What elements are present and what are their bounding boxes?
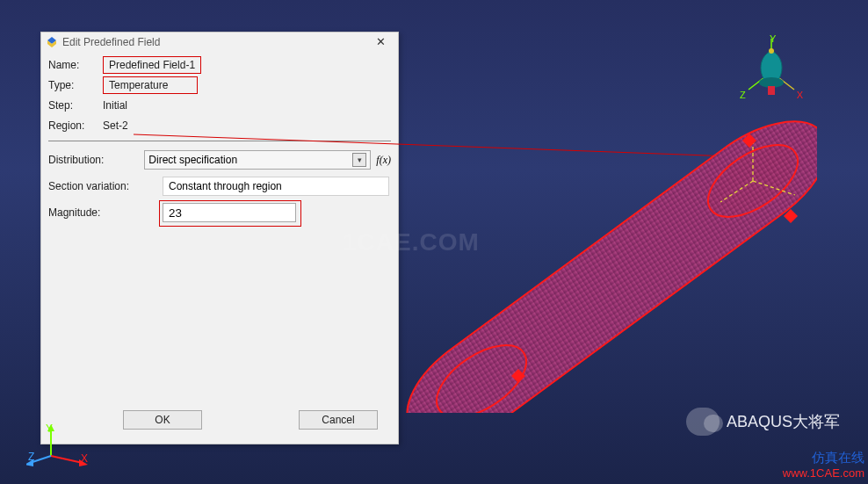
svg-line-10: [720, 181, 753, 202]
magnitude-label: Magnitude:: [48, 206, 163, 219]
type-label: Type:: [48, 79, 103, 91]
svg-point-6: [424, 331, 539, 413]
axis-x-label: X: [81, 452, 88, 465]
wechat-channel: ABAQUS大将军: [686, 408, 840, 436]
distribution-label: Distribution:: [48, 154, 144, 166]
axis-y-label: Y: [46, 423, 53, 435]
distribution-value: Direct specification: [148, 154, 237, 166]
wechat-channel-name: ABAQUS大将军: [727, 411, 840, 432]
row-section-variation: Section variation: Constant through regi…: [48, 175, 391, 198]
fx-button[interactable]: f(x): [376, 154, 391, 167]
svg-point-7: [696, 131, 810, 232]
separator: [48, 141, 391, 141]
close-icon[interactable]: ✕: [366, 35, 394, 48]
viewcube-x-label: X: [797, 90, 803, 100]
dialog-buttons: OK Cancel: [48, 405, 391, 437]
row-region: Region: Set-2: [48, 115, 391, 135]
magnitude-input[interactable]: [163, 203, 296, 222]
badge-line2: www.1CAE.com: [783, 466, 864, 480]
name-label: Name:: [48, 59, 103, 71]
svg-marker-11: [742, 134, 756, 148]
axis-z-label: Z: [28, 451, 34, 463]
view-orientation-triad[interactable]: Y X Z: [745, 35, 798, 106]
name-value: Predefined Field-1: [103, 56, 201, 74]
region-label: Region:: [48, 119, 103, 132]
app-icon: [45, 35, 59, 49]
badge-line1: 仿真在线: [783, 450, 864, 466]
type-value: Temperature: [103, 76, 198, 94]
svg-line-22: [51, 456, 83, 463]
step-label: Step:: [48, 99, 103, 112]
svg-point-19: [769, 48, 774, 54]
svg-line-9: [753, 181, 795, 195]
ok-button[interactable]: OK: [123, 410, 202, 430]
section-variation-label: Section variation:: [48, 180, 163, 192]
row-type: Type: Temperature: [48, 75, 391, 95]
model-cylinder[interactable]: [395, 114, 817, 413]
distribution-select[interactable]: Direct specification ▾: [144, 150, 371, 170]
wechat-icon: [686, 408, 720, 436]
viewcube-z-label: Z: [740, 90, 746, 100]
section-variation-value: Constant through region: [163, 177, 389, 196]
row-distribution: Distribution: Direct specification ▾ f(x…: [48, 148, 391, 171]
dialog-title: Edit Predefined Field: [62, 36, 366, 48]
svg-marker-12: [511, 369, 525, 383]
watermark-center: 1CAE.COM: [343, 228, 480, 256]
chevron-down-icon: ▾: [352, 153, 366, 167]
row-step: Step: Initial: [48, 95, 391, 115]
svg-marker-13: [784, 209, 798, 223]
svg-rect-18: [768, 86, 775, 95]
row-name: Name: Predefined Field-1: [48, 54, 391, 75]
global-axis-triad: Y X Z: [26, 424, 97, 471]
viewcube-y-label: Y: [770, 33, 776, 44]
row-magnitude: Magnitude:: [48, 201, 391, 224]
corner-badge: 仿真在线 www.1CAE.com: [783, 450, 864, 480]
cancel-button[interactable]: Cancel: [299, 410, 378, 430]
dialog-titlebar[interactable]: Edit Predefined Field ✕: [41, 33, 398, 51]
step-value: Initial: [103, 99, 127, 112]
region-value: Set-2: [103, 119, 128, 132]
